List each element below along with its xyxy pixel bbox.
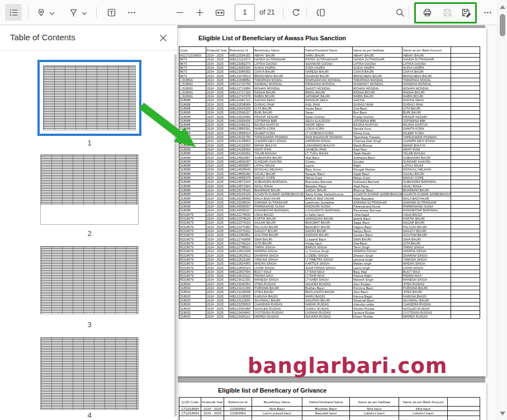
column-header: Beneficiary Name xyxy=(252,398,302,407)
cell: 2024 - 2025 xyxy=(201,411,224,416)
cell: TAPESHWAR PASWAN xyxy=(254,135,305,139)
cell: 318693 xyxy=(179,290,206,294)
cell: RAJINA KHATUN xyxy=(402,123,451,127)
cell: 2024 - 2025 xyxy=(206,135,229,139)
cell: RAJINA KHATUN xyxy=(353,123,402,127)
page-thumbnail-4[interactable] xyxy=(40,337,139,410)
cell: Gita Bauri xyxy=(353,241,402,245)
save-as-icon[interactable] xyxy=(457,4,474,21)
table-row: CT)|3186942024 - 2025G0369964Laxmi prasa… xyxy=(179,411,480,416)
cell xyxy=(451,270,480,273)
cell: WB120929586 xyxy=(229,115,254,119)
cell: WB125204125 xyxy=(229,192,254,196)
cell: WB120566207 xyxy=(229,111,254,115)
cell: WB124160062 xyxy=(229,152,254,155)
print-icon[interactable] xyxy=(419,4,435,21)
cell: WB124828549 xyxy=(229,168,254,172)
cell: 2024 - 2025 xyxy=(206,209,229,213)
page-view-icon[interactable] xyxy=(312,4,329,21)
highlight-icon[interactable] xyxy=(65,4,82,21)
cell: SAKINA SEKH xyxy=(254,98,305,102)
table-row: 3186882024 - 2025WB124152593MANIK BHUIYA… xyxy=(179,143,480,147)
close-icon[interactable] xyxy=(158,32,169,44)
cell: JOPSMINA BIBI xyxy=(254,119,305,122)
cell: WB123406110 xyxy=(229,315,254,319)
cell: LATHU MAJHI xyxy=(254,164,305,168)
cell xyxy=(451,98,480,102)
page-count-label: of 21 xyxy=(259,8,275,16)
cell xyxy=(451,196,480,200)
more-tools-icon[interactable] xyxy=(123,4,140,21)
page-thumbnail-2[interactable] xyxy=(40,154,139,225)
cell: 2024 - 2025 xyxy=(206,119,229,122)
cell: R|318679 xyxy=(179,278,206,282)
chevron-down-icon[interactable] xyxy=(49,9,55,16)
add-text-icon[interactable] xyxy=(103,4,120,21)
cell: WB124805397 xyxy=(229,159,254,163)
draw-icon[interactable] xyxy=(32,4,49,21)
cell: 2024 - 2025 xyxy=(206,155,229,159)
cell: 318688 xyxy=(179,188,206,192)
table-row: | |3186912024 - 2025WB122698852TARAPADA … xyxy=(179,78,480,82)
cell: MALA BADYAKAR xyxy=(402,196,451,200)
table-row: 3186882024 - 2025WB124160062TALAB MANJHI… xyxy=(179,152,480,155)
search-icon[interactable] xyxy=(391,4,408,21)
cell: RAMABATAR BARNWAL xyxy=(254,209,305,213)
cell: LT GOBINDA KORA xyxy=(305,131,353,135)
cell: WB124859079 xyxy=(229,176,254,180)
table-of-contents-icon[interactable] xyxy=(5,4,22,21)
scrollbar-thumb[interactable] xyxy=(500,14,505,36)
table-row: 3186882024 - 2025WB125308634SARAMA SUTRA… xyxy=(179,200,480,204)
chevron-down-icon[interactable] xyxy=(81,9,88,16)
cell: G0369963 xyxy=(224,407,252,411)
scroll-down-icon[interactable] xyxy=(500,412,505,416)
page-thumbnail-1[interactable] xyxy=(37,60,141,136)
page-thumbnail-3[interactable] xyxy=(40,246,139,314)
table-row: 3186882024 - 2025WB124015795TAPESHWAR PA… xyxy=(179,135,480,139)
pdf-viewer-window: of 21 Eli xyxy=(0,0,507,420)
cell: WB122554181 xyxy=(229,54,254,58)
cell: ABHAY BAURI xyxy=(254,54,305,58)
cell: Gita Bauri xyxy=(353,106,402,110)
fit-to-width-icon[interactable] xyxy=(211,4,228,21)
rotate-icon[interactable] xyxy=(287,4,304,21)
cell xyxy=(451,74,480,78)
cell: TARAPADA MODAL xyxy=(254,78,305,82)
cell: 8673 xyxy=(179,65,206,69)
cell: 318688 xyxy=(179,204,206,208)
cell: LAXMAN RUIDAS xyxy=(305,310,353,314)
table-row: R|3186792024 - 2025WB122375201SANJOY BOU… xyxy=(179,229,480,233)
cell: NARAN RUIDAS xyxy=(305,303,353,306)
cell: Subhadra Barnwal xyxy=(353,180,402,184)
cell xyxy=(451,115,480,119)
cell: 2024 - 2025 xyxy=(206,262,229,266)
table-row: 86732024 - 2025WB123478514BRINDABAN BAUR… xyxy=(179,74,480,78)
cell: DHARAM SINGH xyxy=(254,253,305,257)
cell: CHAMPA DEVI SINGH xyxy=(254,139,305,143)
cell: Lakshmi bauri xyxy=(350,411,399,416)
column-header: Reference Id xyxy=(224,398,252,407)
sidebar-scrollbar-thumb[interactable] xyxy=(174,54,177,417)
cell: 2024 - 2025 xyxy=(206,164,229,168)
save-icon xyxy=(439,4,456,21)
cell: PARMANAND NUNIA xyxy=(254,204,305,208)
cell: CHAYA BAURI xyxy=(254,70,305,74)
cell: WB122747078 xyxy=(229,94,254,98)
vertical-scrollbar[interactable] xyxy=(497,0,507,420)
table-row: 3186932024 - 2025WB123406110NRIPEN RUIDA… xyxy=(179,315,480,319)
cell: WB122374016 xyxy=(229,221,254,225)
cell: 2024 - 2025 xyxy=(206,257,229,261)
cell: Lt kaartik Bauri xyxy=(305,237,353,241)
table-row: 3186882024 - 2025WB124872344SUBHADRA BAR… xyxy=(179,180,480,184)
zoom-in-icon[interactable] xyxy=(191,4,208,21)
page-number-input[interactable] xyxy=(235,4,255,21)
cell: WB122745214 xyxy=(229,241,254,245)
cell: WB124855280 xyxy=(229,172,254,176)
scroll-up-icon[interactable] xyxy=(500,5,505,9)
cell: NAMITA KORA xyxy=(254,127,305,131)
table-row: R|3186792024 - 2025WB122813612DHARAM SIN… xyxy=(179,253,480,257)
zoom-out-icon[interactable] xyxy=(171,4,188,21)
more-options-icon[interactable] xyxy=(479,4,496,21)
cell: Akali Rana xyxy=(353,184,402,188)
cell: 2024 - 2025 xyxy=(206,306,229,310)
